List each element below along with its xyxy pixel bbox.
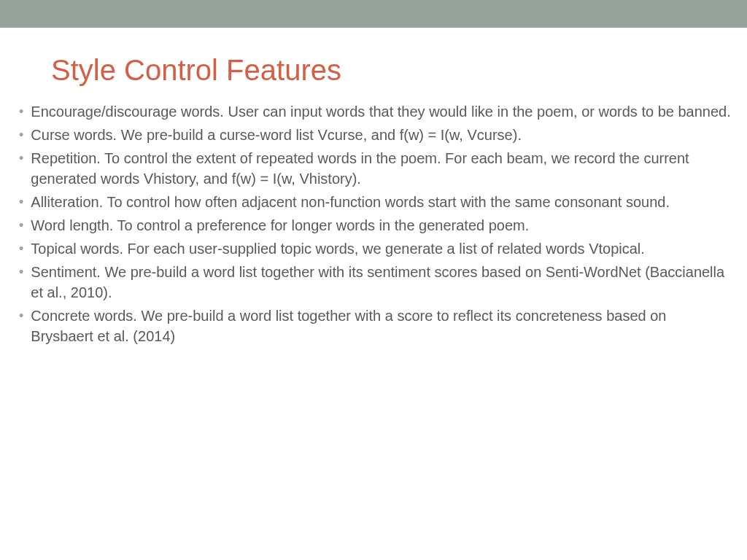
bullet-text: Topical words. For each user-supplied to… xyxy=(31,238,732,259)
bullet-text: Concrete words. We pre-build a word list… xyxy=(31,306,732,346)
bullet-text: Alliteration. To control how often adjac… xyxy=(31,192,732,212)
bullet-icon: • xyxy=(19,126,23,144)
bullet-icon: • xyxy=(19,149,23,168)
bullet-text: Encourage/discourage words. User can inp… xyxy=(31,101,732,122)
list-item: • Sentiment. We pre-build a word list to… xyxy=(15,262,732,303)
bullet-list: • Encourage/discourage words. User can i… xyxy=(15,101,732,346)
bullet-text: Repetition. To control the extent of rep… xyxy=(31,148,732,189)
list-item: • Topical words. For each user-supplied … xyxy=(15,238,732,259)
list-item: • Encourage/discourage words. User can i… xyxy=(15,101,732,122)
top-accent-bar xyxy=(0,0,747,28)
slide-title: Style Control Features xyxy=(51,54,732,87)
bullet-icon: • xyxy=(19,103,23,121)
bullet-icon: • xyxy=(19,217,23,235)
list-item: • Word length. To control a preference f… xyxy=(15,215,732,236)
slide-content: Style Control Features • Encourage/disco… xyxy=(0,28,747,346)
bullet-icon: • xyxy=(19,263,23,281)
list-item: • Alliteration. To control how often adj… xyxy=(15,192,732,212)
bullet-text: Curse words. We pre-build a curse-word l… xyxy=(31,125,732,145)
list-item: • Repetition. To control the extent of r… xyxy=(15,148,732,189)
bullet-icon: • xyxy=(19,240,23,258)
list-item: • Concrete words. We pre-build a word li… xyxy=(15,306,732,346)
bullet-text: Sentiment. We pre-build a word list toge… xyxy=(31,262,732,303)
bullet-text: Word length. To control a preference for… xyxy=(31,215,732,236)
list-item: • Curse words. We pre-build a curse-word… xyxy=(15,125,732,145)
bullet-icon: • xyxy=(19,307,23,325)
bullet-icon: • xyxy=(19,193,23,211)
